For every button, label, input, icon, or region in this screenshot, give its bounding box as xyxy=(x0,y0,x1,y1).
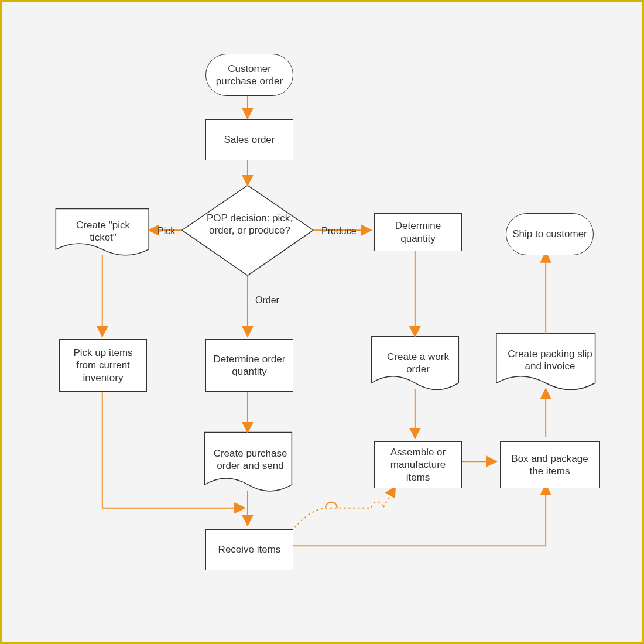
node-ship: Ship to customer xyxy=(506,213,594,255)
node-determine-order-qty: Determine order quantity xyxy=(205,339,293,392)
edge-label-produce: Produce xyxy=(321,226,357,237)
node-assemble: Assemble or manufacture items xyxy=(374,441,462,488)
connector-layer xyxy=(2,2,642,642)
node-start: Customer purchase order xyxy=(205,54,293,96)
node-determine-quantity: Determine quantity xyxy=(374,213,462,251)
node-sales-order: Sales order xyxy=(205,119,293,160)
node-pop-decision: POP decision: pick, order, or produce? xyxy=(201,212,298,237)
node-pick-inventory: Pick up items from current inventory xyxy=(59,339,147,392)
node-box: Box and package the items xyxy=(500,441,600,488)
edge-label-order: Order xyxy=(255,295,279,306)
node-packing-slip: Create packing slip and invoice xyxy=(505,348,595,373)
flowchart-canvas: Customer purchase order Sales order POP … xyxy=(0,0,644,644)
node-pick-ticket: Create "pick ticket" xyxy=(62,219,144,244)
node-receive: Receive items xyxy=(205,529,293,570)
node-create-po: Create purchase order and send xyxy=(211,447,290,472)
node-work-order: Create a work order xyxy=(380,351,456,376)
edge-label-pick: Pick xyxy=(157,226,175,237)
